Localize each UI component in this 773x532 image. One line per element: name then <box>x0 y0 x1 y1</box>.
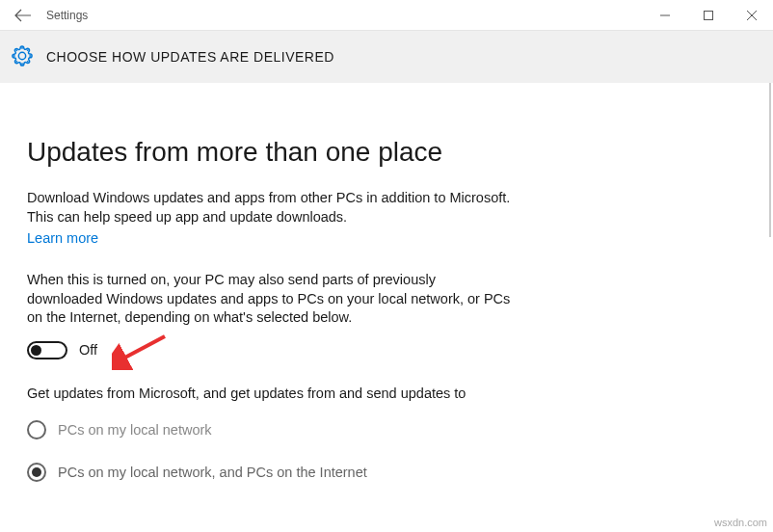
back-arrow-icon <box>14 9 32 22</box>
page-title: Updates from more than one place <box>27 137 513 168</box>
header-title: CHOOSE HOW UPDATES ARE DELIVERED <box>46 49 334 65</box>
content: Updates from more than one place Downloa… <box>0 83 540 524</box>
radio-option-local[interactable]: PCs on my local network <box>27 420 513 439</box>
description-3: Get updates from Microsoft, and get upda… <box>27 385 513 404</box>
gear-icon <box>12 45 33 69</box>
back-button[interactable] <box>0 0 46 31</box>
window-controls <box>643 0 773 30</box>
radio-label: PCs on my local network, and PCs on the … <box>58 465 367 480</box>
maximize-button[interactable] <box>686 0 730 31</box>
description-1: Download Windows updates and apps from o… <box>27 189 513 226</box>
radio-label: PCs on my local network <box>58 422 212 438</box>
minimize-button[interactable] <box>643 0 686 31</box>
watermark: wsxdn.com <box>714 517 767 528</box>
close-icon <box>747 11 757 20</box>
scrollbar[interactable] <box>758 83 773 532</box>
radio-option-internet[interactable]: PCs on my local network, and PCs on the … <box>27 463 513 482</box>
window-title: Settings <box>46 9 643 22</box>
svg-rect-0 <box>704 12 712 20</box>
minimize-icon <box>660 11 670 20</box>
learn-more-link[interactable]: Learn more <box>27 230 98 246</box>
titlebar: Settings <box>0 0 773 31</box>
description-2: When this is turned on, your PC may also… <box>27 271 513 328</box>
close-button[interactable] <box>730 0 773 31</box>
toggle-knob <box>31 345 41 356</box>
maximize-icon <box>704 11 713 20</box>
scrollbar-thumb[interactable] <box>769 83 771 237</box>
radio-button[interactable] <box>27 420 46 439</box>
delivery-toggle[interactable] <box>27 341 67 359</box>
toggle-label: Off <box>79 342 97 358</box>
radio-button[interactable] <box>27 463 46 482</box>
page-header: CHOOSE HOW UPDATES ARE DELIVERED <box>0 31 773 83</box>
toggle-row: Off <box>27 341 513 359</box>
